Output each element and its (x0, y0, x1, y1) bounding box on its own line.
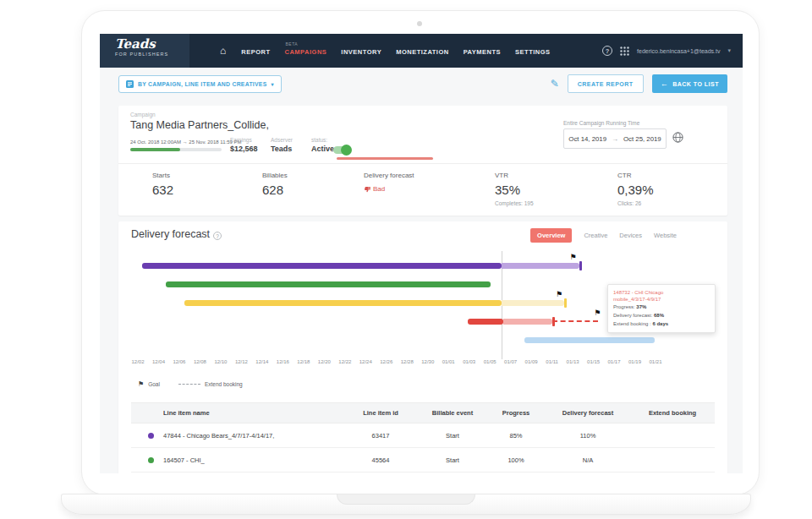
edit-pencil-icon[interactable]: ✎ (551, 78, 559, 90)
gantt-bar-forecast[interactable] (503, 319, 552, 325)
tab-creative[interactable]: Creative (584, 232, 607, 239)
view-filter-label: BY CAMPAIGN, LINE ITEM AND CREATIVES (138, 81, 267, 87)
tab-overview[interactable]: Overview (530, 228, 572, 243)
nav-item-inventory[interactable]: INVENTORY (341, 46, 381, 56)
nav-item-label: INVENTORY (341, 48, 381, 56)
gantt-bar-forecast[interactable] (502, 263, 579, 269)
globe-icon[interactable] (672, 132, 683, 143)
goal-tick (552, 317, 555, 326)
nav-item-payments[interactable]: PAYMENTS (464, 46, 501, 56)
tab-website[interactable]: Website (654, 232, 677, 239)
extend-booking-cell (630, 448, 715, 473)
billable-event-cell: Start (419, 448, 486, 473)
nav-item-report[interactable]: REPORT (241, 46, 270, 56)
x-axis-label: 01/13 (567, 359, 579, 364)
teads-logo[interactable]: Teads FOR PUBLISHERS (100, 34, 189, 68)
campaign-progress-fill (130, 148, 180, 151)
gantt-tooltip: 148732 - CHI Chicago mobile_4/3/17-4/9/1… (607, 284, 716, 333)
thumb-down-icon (364, 186, 370, 193)
nav-item-campaigns[interactable]: BETACAMPAIGNS (285, 46, 327, 56)
nav-menu: REPORTBETACAMPAIGNSINVENTORYMONETIZATION… (241, 46, 550, 56)
x-axis-label: 12/30 (421, 359, 434, 364)
x-axis-label: 12/08 (194, 359, 206, 364)
x-axis-label: 01/03 (463, 359, 475, 364)
campaign-summary-card: Campaign Tang Media Partners_Collide, 24… (118, 106, 727, 216)
chevron-down-icon: ▾ (272, 81, 274, 87)
x-axis-label: 01/15 (587, 359, 600, 364)
earnings-label: Earnings (230, 137, 252, 143)
scroll-indicator[interactable] (337, 157, 433, 160)
stat-sub: Completes: 195 (495, 200, 534, 206)
x-axis-label: 12/14 (255, 359, 268, 364)
app-screen: Teads FOR PUBLISHERS ⌂ REPORTBETACAMPAIG… (100, 34, 743, 473)
apps-grid-icon[interactable] (620, 46, 629, 56)
stat-bad-value: Bad (364, 185, 414, 193)
x-axis-label: 12/18 (297, 359, 310, 364)
home-icon[interactable]: ⌂ (220, 46, 226, 55)
running-time-start: Oct 14, 2019 (568, 135, 606, 143)
section-title: Delivery forecast (131, 228, 210, 240)
line-item-id-cell: 45564 (343, 448, 419, 473)
legend-goal: ⚑ Goal (138, 380, 160, 388)
gantt-plot: ⚑⚑⚑12/0212/0412/0612/0812/1012/1212/1412… (138, 251, 656, 374)
back-to-list-button[interactable]: ← BACK TO LIST (652, 74, 727, 93)
tooltip-extend: Extend booking : 6 days (613, 320, 710, 328)
gantt-bar[interactable] (468, 319, 503, 325)
dashed-line-icon (178, 384, 200, 385)
nav-item-label: CAMPAIGNS (285, 48, 327, 56)
nav-item-label: REPORT (241, 48, 270, 56)
arrow-left-icon: ← (661, 79, 669, 88)
running-time-input[interactable]: Oct 14, 2019 → Oct 25, 2019 (563, 128, 667, 149)
col-line-item-name: Line item name (131, 403, 343, 423)
delivery-forecast-card: Delivery forecast ? OverviewCreativeDevi… (118, 221, 727, 473)
progress-cell: 100% (486, 448, 546, 473)
stat-starts: Starts632 (152, 172, 173, 197)
x-axis-label: 12/02 (131, 359, 144, 364)
status-toggle[interactable] (333, 146, 350, 154)
status-value: Active (311, 145, 334, 153)
table-row[interactable]: 164507 - CHI_45564Start100%N/A (131, 448, 715, 473)
laptop-notch (337, 494, 475, 505)
x-axis-label: 12/16 (277, 359, 289, 364)
help-question-icon[interactable]: ? (213, 232, 222, 240)
x-axis-label: 01/09 (525, 359, 538, 364)
goal-flag-icon: ⚑ (594, 309, 601, 317)
view-filter-dropdown[interactable]: BY CAMPAIGN, LINE ITEM AND CREATIVES ▾ (118, 75, 282, 93)
user-email[interactable]: federico.benincasa+1@teads.tv (637, 48, 720, 54)
stat-value: 628 (262, 183, 288, 197)
progress-cell: 85% (486, 423, 546, 448)
table-row[interactable]: 47844 - Chicago Bears_4/7/17-4/14/17,634… (131, 423, 715, 448)
gantt-bar[interactable] (166, 281, 491, 287)
gantt-bar[interactable] (524, 337, 655, 343)
line-item-name-cell: 164507 - CHI_ (131, 448, 343, 473)
goal-flag-icon: ⚑ (556, 291, 562, 298)
x-axis-label: 01/05 (484, 359, 497, 364)
nav-item-settings[interactable]: SETTINGS (515, 46, 551, 56)
tooltip-forecast: Delivery forecast: 68% (613, 311, 710, 320)
stat-label: CTR (617, 172, 654, 179)
gantt-bar[interactable] (184, 300, 502, 306)
gantt-bar[interactable] (142, 263, 502, 269)
goal-flag-icon: ⚑ (569, 254, 576, 261)
x-axis-label: 12/20 (318, 359, 331, 364)
help-icon[interactable]: ? (602, 46, 612, 56)
nav-item-monetization[interactable]: MONETIZATION (396, 46, 449, 56)
campaign-section-label: Campaign (130, 112, 156, 117)
stat-label: Starts (152, 172, 173, 179)
legend-goal-label: Goal (148, 381, 160, 387)
col-line-item-id: Line item id (343, 403, 419, 423)
tab-devices[interactable]: Devices (619, 232, 642, 239)
stat-ctr: CTR0,39%Clicks: 26 (617, 172, 654, 206)
user-menu-chevron-icon[interactable]: ▾ (727, 47, 731, 54)
create-report-button[interactable]: CREATE REPORT (568, 74, 644, 93)
nav-item-label: PAYMENTS (464, 48, 501, 56)
delivery-forecast-cell: 110% (546, 423, 630, 448)
goal-tick (579, 261, 582, 270)
nav-item-label: SETTINGS (515, 48, 551, 56)
legend-extend-label: Extend booking (205, 381, 243, 387)
delivery-forecast-cell: N/A (546, 448, 630, 473)
chart-legend: ⚑ Goal Extend booking (138, 380, 243, 388)
gantt-bar-forecast[interactable] (502, 300, 564, 306)
x-axis-label: 01/19 (628, 359, 641, 364)
x-axis-label: 12/10 (214, 359, 227, 364)
